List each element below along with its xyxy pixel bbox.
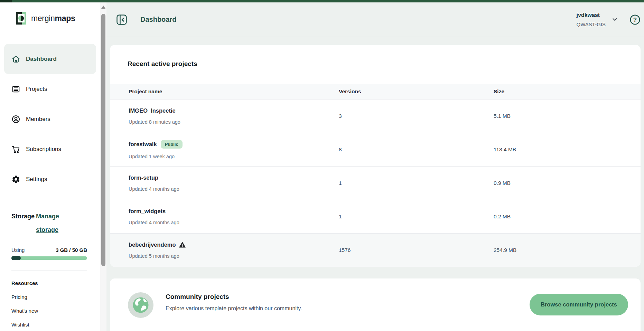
project-updated: Updated 4 months ago: [129, 220, 339, 225]
table-row[interactable]: bebedrijvendemo Updated 5 months ago: [110, 233, 641, 267]
community-projects-card: Community projects Explore various templ…: [110, 278, 641, 331]
sidebar-nav: Dashboard Projects: [0, 44, 100, 194]
globe-icon: [131, 296, 150, 314]
sidebar-item-projects[interactable]: Projects: [4, 74, 96, 104]
sidebar-item-dashboard[interactable]: Dashboard: [4, 44, 96, 74]
home-icon: [11, 55, 20, 64]
sidebar-item-settings[interactable]: Settings: [4, 164, 96, 194]
svg-text:?: ?: [633, 17, 637, 23]
sidebar-item-label: Settings: [26, 176, 47, 183]
resource-link-wishlist[interactable]: Wishlist: [11, 322, 87, 328]
project-name[interactable]: form_widgets: [129, 208, 166, 215]
public-badge: Public: [161, 140, 183, 149]
brand-top-bar: [0, 0, 644, 2]
project-size: 0.2 MB: [494, 214, 641, 220]
column-header-versions: Versions: [339, 88, 494, 95]
list-icon: [11, 85, 20, 94]
community-title: Community projects: [166, 293, 302, 301]
sidebar-item-members[interactable]: Members: [4, 104, 96, 134]
cart-icon: [11, 145, 20, 154]
project-name[interactable]: IMGEO_Inspectie: [129, 107, 176, 114]
recent-projects-card: Recent active projects Project name Vers…: [110, 45, 641, 267]
sidebar-scrollbar[interactable]: [100, 2, 106, 331]
sidebar: merginmaps Dashboard: [0, 2, 100, 331]
scrollbar-thumb[interactable]: [101, 14, 105, 266]
scrollbar-up-arrow[interactable]: [101, 6, 105, 9]
app-layout: merginmaps Dashboard: [0, 2, 644, 331]
storage-progress-fill: [11, 256, 21, 260]
project-name[interactable]: forestwalk: [129, 141, 157, 148]
project-updated: Updated 5 months ago: [129, 253, 339, 259]
project-versions: 1: [339, 180, 494, 186]
user-menu[interactable]: jvdkwast QWAST-GIS: [577, 12, 606, 27]
gear-icon: [11, 175, 20, 184]
storage-section: Storage Manage storage Using 3 GB / 50 G…: [11, 210, 87, 260]
resources-section: Resources Pricing What's new Wishlist: [11, 280, 87, 328]
header-right: jvdkwast QWAST-GIS ?: [577, 12, 641, 27]
project-size: 5.1 MB: [494, 113, 641, 119]
person-circle-icon: [11, 115, 20, 124]
project-name[interactable]: bebedrijvendemo: [129, 242, 176, 248]
table-row[interactable]: form-setup Updated 4 months ago 1 0.9 MB: [110, 166, 641, 200]
username: jvdkwast: [577, 12, 606, 18]
warning-icon: [179, 242, 186, 248]
sidebar-item-label: Dashboard: [26, 56, 57, 63]
project-versions: 3: [339, 113, 494, 119]
project-versions: 1576: [339, 247, 494, 253]
storage-label: Storage: [11, 210, 36, 237]
column-header-size: Size: [494, 88, 641, 95]
sidebar-item-label: Subscriptions: [26, 146, 61, 153]
main-header: Dashboard jvdkwast QWAST-GIS ?: [106, 2, 644, 37]
sidebar-item-label: Members: [26, 116, 50, 123]
community-text: Community projects Explore various templ…: [166, 293, 302, 312]
column-header-project-name: Project name: [129, 88, 339, 95]
project-versions: 8: [339, 146, 494, 153]
using-label: Using: [11, 247, 25, 253]
help-icon[interactable]: ?: [629, 14, 641, 25]
community-subtitle: Explore various template projects within…: [166, 305, 302, 312]
project-updated: Updated 8 minutes ago: [129, 119, 339, 125]
content: Recent active projects Project name Vers…: [106, 37, 644, 331]
table-header: Project name Versions Size: [110, 84, 641, 99]
sidebar-item-label: Projects: [26, 86, 47, 93]
globe-avatar: [128, 292, 153, 318]
browse-community-projects-button[interactable]: Browse community projects: [530, 294, 628, 315]
resources-heading: Resources: [11, 280, 87, 286]
merginmaps-logo-text: merginmaps: [31, 14, 75, 23]
project-updated: Updated 4 months ago: [129, 186, 339, 192]
main-area: Dashboard jvdkwast QWAST-GIS ?: [106, 2, 644, 331]
project-versions: 1: [339, 214, 494, 220]
storage-usage-value: 3 GB / 50 GB: [56, 247, 87, 253]
table-row[interactable]: IMGEO_Inspectie Updated 8 minutes ago 3 …: [110, 99, 641, 133]
resource-link-whats-new[interactable]: What's new: [11, 308, 87, 314]
page-title: Dashboard: [140, 16, 176, 23]
sidebar-item-subscriptions[interactable]: Subscriptions: [4, 134, 96, 164]
table-row[interactable]: form_widgets Updated 4 months ago 1 0.2 …: [110, 200, 641, 233]
workspace-name: QWAST-GIS: [577, 21, 606, 27]
chevron-down-icon[interactable]: [612, 16, 618, 23]
collapse-sidebar-icon[interactable]: [116, 14, 127, 25]
table-row[interactable]: forestwalk Public Updated 1 week ago 8 1…: [110, 133, 641, 166]
resource-link-pricing[interactable]: Pricing: [11, 294, 87, 300]
project-size: 113.4 MB: [494, 146, 641, 153]
project-name[interactable]: form-setup: [129, 174, 158, 181]
sidebar-divider: [11, 271, 87, 271]
manage-storage-link[interactable]: Manage storage: [36, 210, 77, 237]
merginmaps-logo-icon: [16, 12, 26, 25]
storage-progress-bar: [11, 256, 87, 260]
recent-projects-title: Recent active projects: [110, 45, 641, 84]
merginmaps-logo[interactable]: merginmaps: [0, 2, 100, 25]
project-size: 254.9 MB: [494, 247, 641, 253]
project-updated: Updated 1 week ago: [129, 154, 339, 159]
project-size: 0.9 MB: [494, 180, 641, 186]
